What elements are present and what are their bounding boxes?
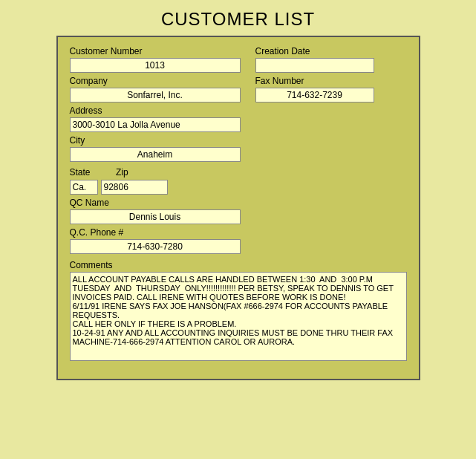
zip-label: Zip: [116, 167, 128, 178]
state-label: State: [70, 167, 91, 178]
creation-date-input[interactable]: [255, 58, 374, 73]
comments-textarea[interactable]: ALL ACCOUNT PAYABLE CALLS ARE HANDLED BE…: [70, 272, 407, 361]
comments-label: Comments: [70, 260, 407, 270]
qc-phone-label: Q.C. Phone #: [70, 227, 241, 238]
fax-number-input[interactable]: [255, 88, 374, 102]
zip-input[interactable]: [101, 180, 168, 195]
city-label: City: [70, 135, 241, 146]
fax-number-label: Fax Number: [255, 76, 374, 86]
creation-date-label: Creation Date: [255, 46, 374, 56]
company-input[interactable]: [70, 88, 241, 102]
company-label: Company: [70, 76, 241, 86]
address-label: Address: [70, 105, 241, 116]
customer-number-input[interactable]: [70, 58, 241, 73]
city-input[interactable]: [70, 147, 241, 162]
qc-name-input[interactable]: [70, 209, 241, 224]
qc-name-label: QC Name: [70, 198, 241, 208]
address-input[interactable]: [70, 117, 241, 132]
page-title: CUSTOMER LIST: [161, 9, 315, 30]
customer-number-label: Customer Number: [70, 46, 241, 56]
form-container: Customer Number Company Address City Sta…: [56, 36, 420, 380]
qc-phone-input[interactable]: [70, 239, 241, 254]
state-input[interactable]: [70, 180, 98, 195]
